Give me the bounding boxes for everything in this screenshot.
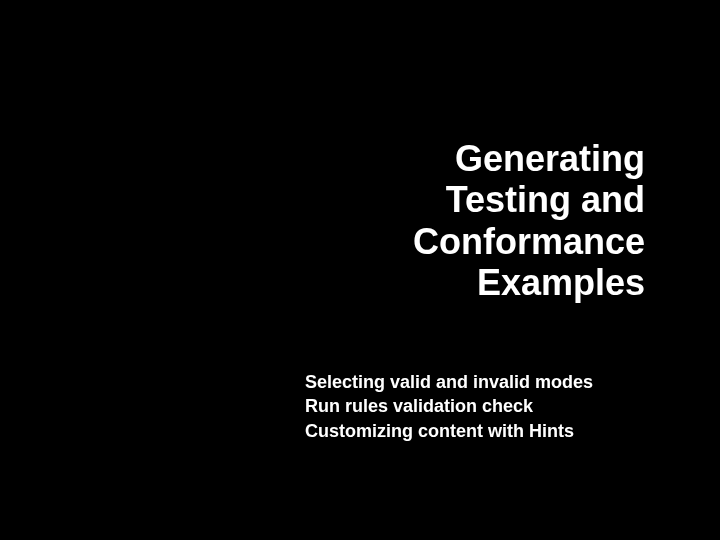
bullet-item: Run rules validation check [305,394,593,418]
bullet-item: Customizing content with Hints [305,419,593,443]
slide-title: Generating Testing and Conformance Examp… [413,138,645,304]
title-line: Conformance [413,221,645,262]
title-line: Generating [413,138,645,179]
title-line: Examples [413,262,645,303]
slide: Generating Testing and Conformance Examp… [0,0,720,540]
bullet-list: Selecting valid and invalid modes Run ru… [305,370,593,443]
title-line: Testing and [413,179,645,220]
bullet-item: Selecting valid and invalid modes [305,370,593,394]
